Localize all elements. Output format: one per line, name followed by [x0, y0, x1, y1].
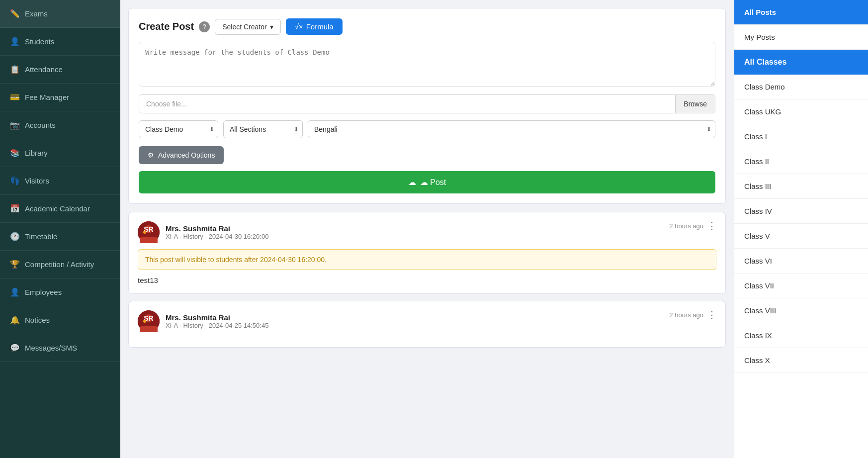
avatar: SR [138, 310, 160, 332]
feed-area: Create Post ? Select Creator ▾ √× Formul… [120, 0, 734, 458]
post-author-info: SR Mrs. Sushmita Rai XI-A · History · 20… [138, 221, 268, 243]
author-meta: XI-A · History · 2024-04-25 14:50:45 [166, 322, 268, 329]
post-card: SR Mrs. Sushmita Rai XI-A · History · 20… [128, 212, 726, 294]
class-item-10[interactable]: Class X [734, 348, 868, 373]
sidebar-item-employees[interactable]: 👤 Employees [0, 278, 120, 306]
formula-button[interactable]: √× Formula [286, 18, 343, 35]
gear-icon: ⚙ [148, 151, 154, 159]
sidebar-item-label: Messages/SMS [25, 344, 77, 352]
post-author-info: SR Mrs. Sushmita Rai XI-A · History · 20… [138, 310, 268, 332]
sidebar-item-accounts[interactable]: 📷 Accounts [0, 111, 120, 139]
sidebar-item-exams[interactable]: ✏️ Exams [0, 0, 120, 28]
right-panel: All Posts My Posts All Classes Class Dem… [734, 0, 868, 458]
post-header: SR Mrs. Sushmita Rai XI-A · History · 20… [138, 221, 716, 243]
sidebar-item-label: Competition / Activity [25, 260, 94, 269]
section-select-wrapper: All Sections Section A Section B [223, 120, 303, 138]
help-icon[interactable]: ? [199, 21, 210, 32]
author-details: Mrs. Sushmita Rai XI-A · History · 2024-… [166, 224, 268, 240]
post-menu-button[interactable]: ⋮ [707, 310, 716, 319]
sidebar-item-attendance[interactable]: 📋 Attendance [0, 56, 120, 84]
class-item-3[interactable]: Class III [734, 174, 868, 199]
academic-calendar-icon: 📅 [10, 204, 20, 213]
author-name: Mrs. Sushmita Rai [166, 313, 268, 322]
language-select[interactable]: Bengali English Hindi [308, 120, 715, 138]
class-item-2[interactable]: Class II [734, 149, 868, 174]
main-area: Create Post ? Select Creator ▾ √× Formul… [120, 0, 868, 458]
post-menu-button[interactable]: ⋮ [707, 221, 716, 230]
sidebar: ✏️ Exams 👤 Students 📋 Attendance 💳 Fee M… [0, 0, 120, 458]
attendance-icon: 📋 [10, 65, 20, 74]
select-creator-button[interactable]: Select Creator ▾ [215, 19, 280, 35]
sidebar-item-students[interactable]: 👤 Students [0, 28, 120, 56]
svg-point-9 [143, 320, 146, 323]
post-card: SR Mrs. Sushmita Rai XI-A · History · 20… [128, 301, 726, 348]
author-name: Mrs. Sushmita Rai [166, 224, 268, 233]
language-select-wrapper: Bengali English Hindi [308, 120, 715, 138]
all-classes-header: All Classes [734, 50, 868, 75]
sidebar-item-label: Attendance [25, 65, 63, 74]
class-item-4[interactable]: Class IV [734, 199, 868, 224]
sidebar-item-academic-calendar[interactable]: 📅 Academic Calendar [0, 195, 120, 223]
class-item-ukg[interactable]: Class UKG [734, 99, 868, 124]
svg-point-4 [143, 231, 146, 234]
sidebar-item-label: Fee Manager [25, 93, 69, 101]
accounts-icon: 📷 [10, 120, 20, 130]
svg-rect-8 [140, 326, 158, 332]
messages-icon: 💬 [10, 343, 20, 353]
class-item-9[interactable]: Class IX [734, 323, 868, 348]
visitors-icon: 👣 [10, 176, 20, 185]
sidebar-item-label: Students [25, 37, 54, 46]
post-warning-banner: This post will visible to students after… [138, 249, 716, 270]
sidebar-item-library[interactable]: 📚 Library [0, 139, 120, 167]
advanced-options-button[interactable]: ⚙ Advanced Options [139, 146, 224, 164]
upload-cloud-icon: ☁ [408, 178, 416, 187]
notices-icon: 🔔 [10, 315, 20, 325]
sidebar-item-label: Exams [25, 9, 48, 18]
exams-icon: ✏️ [10, 9, 20, 18]
sidebar-item-competition[interactable]: 🏆 Competition / Activity [0, 251, 120, 278]
file-upload-row: Choose file... Browse [139, 94, 715, 113]
competition-icon: 🏆 [10, 260, 20, 269]
sidebar-item-messages[interactable]: 💬 Messages/SMS [0, 334, 120, 362]
create-post-card: Create Post ? Select Creator ▾ √× Formul… [128, 8, 726, 204]
class-item-6[interactable]: Class VI [734, 249, 868, 274]
create-post-title: Create Post [139, 21, 194, 32]
browse-button[interactable]: Browse [675, 95, 715, 113]
section-select[interactable]: All Sections Section A Section B [223, 120, 303, 138]
students-icon: 👤 [10, 37, 20, 46]
sidebar-item-label: Timetable [25, 232, 57, 241]
library-icon: 📚 [10, 148, 20, 158]
post-time: 2 hours ago ⋮ [669, 221, 716, 230]
sidebar-item-label: Accounts [25, 121, 56, 129]
class-item-demo[interactable]: Class Demo [734, 75, 868, 99]
message-input[interactable] [139, 42, 715, 87]
class-item-1[interactable]: Class I [734, 124, 868, 149]
class-select[interactable]: Class Demo Class UKG Class I [139, 120, 218, 138]
create-post-header: Create Post ? Select Creator ▾ √× Formul… [139, 18, 715, 35]
svg-rect-3 [140, 237, 158, 243]
my-posts-button[interactable]: My Posts [734, 25, 868, 50]
author-details: Mrs. Sushmita Rai XI-A · History · 2024-… [166, 313, 268, 329]
file-input-label: Choose file... [139, 95, 675, 113]
formula-icon: √× [295, 22, 303, 31]
class-item-8[interactable]: Class VIII [734, 298, 868, 323]
class-item-7[interactable]: Class VII [734, 274, 868, 298]
sidebar-item-label: Visitors [25, 177, 49, 185]
sidebar-item-fee-manager[interactable]: 💳 Fee Manager [0, 84, 120, 111]
post-button[interactable]: ☁ ☁ Post [139, 171, 715, 193]
employees-icon: 👤 [10, 287, 20, 297]
post-time: 2 hours ago ⋮ [669, 310, 716, 319]
sidebar-item-label: Academic Calendar [25, 204, 90, 213]
sidebar-item-label: Notices [25, 316, 50, 324]
sidebar-item-notices[interactable]: 🔔 Notices [0, 306, 120, 334]
sidebar-item-visitors[interactable]: 👣 Visitors [0, 167, 120, 195]
timetable-icon: 🕐 [10, 232, 20, 241]
all-posts-button[interactable]: All Posts [734, 0, 868, 25]
class-select-wrapper: Class Demo Class UKG Class I [139, 120, 218, 138]
post-header: SR Mrs. Sushmita Rai XI-A · History · 20… [138, 310, 716, 332]
dropdowns-row: Class Demo Class UKG Class I All Section… [139, 120, 715, 138]
class-item-5[interactable]: Class V [734, 224, 868, 249]
post-content: test13 [138, 276, 716, 284]
sidebar-item-label: Employees [25, 288, 62, 296]
sidebar-item-timetable[interactable]: 🕐 Timetable [0, 223, 120, 251]
